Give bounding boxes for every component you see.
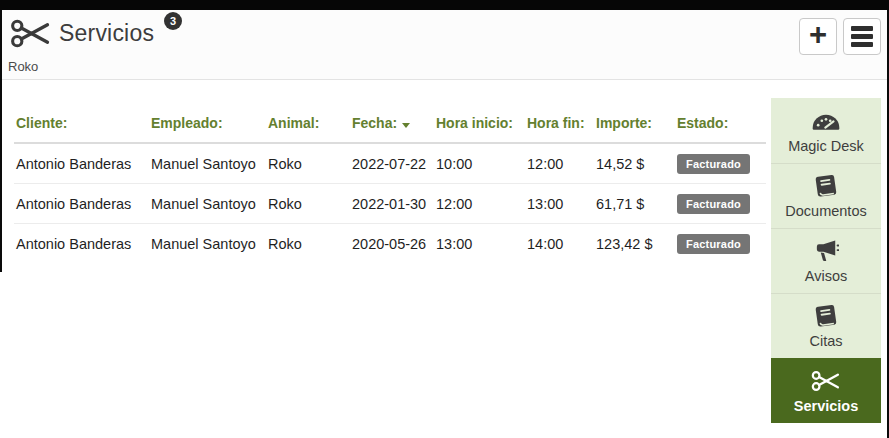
column-header-hora-fin[interactable]: Hora fin: [525, 115, 594, 143]
sidebar-item-avisos[interactable]: Avisos [771, 228, 881, 293]
breadcrumb: Roko [8, 59, 38, 74]
table-row[interactable]: Antonio Banderas Manuel Santoyo Roko 202… [14, 184, 766, 224]
table-row[interactable]: Antonio Banderas Manuel Santoyo Roko 202… [14, 224, 766, 264]
count-badge: 3 [164, 12, 182, 30]
sidebar: Magic Desk Documentos Avisos [771, 98, 881, 423]
column-header-animal[interactable]: Animal: [266, 115, 350, 143]
sort-desc-icon [402, 123, 410, 128]
cell-importe: 123,42 $ [594, 224, 675, 264]
content-area: Cliente: Empleado: Animal: Fecha: Hora i… [2, 81, 887, 438]
cell-hora-fin: 12:00 [525, 143, 594, 184]
cell-animal: Roko [266, 224, 350, 264]
hamburger-icon [851, 26, 873, 47]
cell-empleado: Manuel Santoyo [149, 143, 266, 184]
table-row[interactable]: Antonio Banderas Manuel Santoyo Roko 202… [14, 143, 766, 184]
cell-estado: Facturado [675, 184, 766, 224]
sidebar-item-magic-desk[interactable]: Magic Desk [771, 98, 881, 163]
cell-hora-inicio: 12:00 [434, 184, 525, 224]
column-header-fecha-label: Fecha: [352, 115, 397, 131]
sidebar-item-label: Documentos [785, 203, 866, 219]
plus-icon: + [809, 22, 827, 48]
window-top-bar [0, 0, 889, 10]
page-header: Servicios 3 Roko + [2, 10, 887, 80]
cell-estado: Facturado [675, 224, 766, 264]
column-header-cliente[interactable]: Cliente: [14, 115, 149, 143]
services-table: Cliente: Empleado: Animal: Fecha: Hora i… [14, 115, 766, 263]
cell-hora-inicio: 10:00 [434, 143, 525, 184]
sidebar-item-documentos[interactable]: Documentos [771, 163, 881, 228]
header-actions: + [799, 18, 881, 55]
book-icon [813, 173, 839, 199]
cell-importe: 14,52 $ [594, 143, 675, 184]
sidebar-item-label: Avisos [805, 268, 847, 284]
window-left-border [0, 10, 2, 272]
cell-hora-fin: 13:00 [525, 184, 594, 224]
column-header-empleado[interactable]: Empleado: [149, 115, 266, 143]
column-header-importe[interactable]: Importe: [594, 115, 675, 143]
status-badge: Facturado [677, 154, 750, 174]
cell-cliente: Antonio Banderas [14, 224, 149, 264]
menu-button[interactable] [843, 18, 881, 55]
cell-hora-fin: 14:00 [525, 224, 594, 264]
table-header-row: Cliente: Empleado: Animal: Fecha: Hora i… [14, 115, 766, 143]
megaphone-icon [813, 238, 839, 264]
cell-fecha: 2022-07-22 [350, 143, 434, 184]
status-badge: Facturado [677, 234, 750, 254]
sidebar-item-label: Magic Desk [788, 138, 864, 154]
cell-estado: Facturado [675, 143, 766, 184]
sidebar-item-label: Servicios [794, 398, 859, 414]
cell-fecha: 2022-01-30 [350, 184, 434, 224]
gauge-icon [811, 108, 841, 134]
page-title: Servicios [59, 20, 154, 47]
cell-importe: 61,71 $ [594, 184, 675, 224]
column-header-fecha[interactable]: Fecha: [350, 115, 434, 143]
cell-hora-inicio: 13:00 [434, 224, 525, 264]
cell-animal: Roko [266, 184, 350, 224]
cell-fecha: 2020-05-26 [350, 224, 434, 264]
scissors-icon [10, 17, 52, 50]
cell-empleado: Manuel Santoyo [149, 224, 266, 264]
cell-animal: Roko [266, 143, 350, 184]
add-button[interactable]: + [799, 18, 837, 55]
sidebar-item-label: Citas [809, 333, 842, 349]
cell-empleado: Manuel Santoyo [149, 184, 266, 224]
status-badge: Facturado [677, 194, 750, 214]
cell-cliente: Antonio Banderas [14, 184, 149, 224]
cell-cliente: Antonio Banderas [14, 143, 149, 184]
sidebar-item-citas[interactable]: Citas [771, 293, 881, 358]
column-header-estado[interactable]: Estado: [675, 115, 766, 143]
sidebar-item-servicios[interactable]: Servicios [771, 358, 881, 423]
scissors-icon [811, 368, 841, 394]
title-row: Servicios 3 [10, 17, 182, 50]
book-icon [813, 303, 839, 329]
column-header-hora-inicio[interactable]: Hora inicio: [434, 115, 525, 143]
